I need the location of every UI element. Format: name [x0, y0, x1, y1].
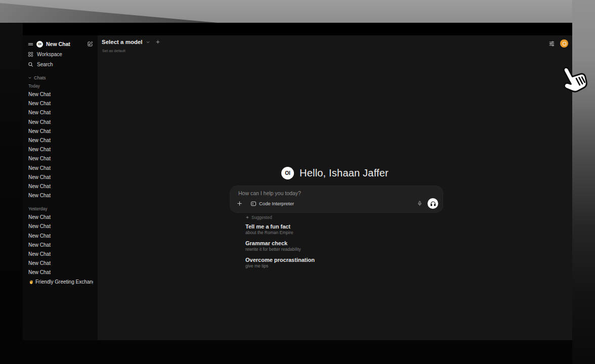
chats-section-label: Chats [34, 75, 46, 80]
code-interpreter-toggle[interactable]: Code Interpreter [250, 201, 294, 207]
chat-list-item[interactable]: New Chat [28, 127, 93, 136]
suggested-prompt[interactable]: Tell me a fun fact about the Roman Empir… [245, 223, 315, 236]
chat-list-item[interactable]: New Chat [28, 241, 93, 250]
edit-new-chat-icon[interactable] [87, 41, 93, 47]
suggested-label: Suggested [251, 215, 272, 220]
composer-toolbar: Code Interpreter [236, 198, 438, 209]
chevron-down-icon [146, 40, 150, 44]
suggested-header: Suggested [245, 215, 315, 220]
attach-plus-icon[interactable] [236, 200, 243, 207]
backdrop-right [572, 0, 595, 364]
chat-group-label-yesterday: Yesterday [28, 206, 93, 211]
suggested-prompt-subtitle: rewrite it for better readability [245, 247, 315, 252]
chat-list-item[interactable]: New Chat [28, 99, 93, 108]
backdrop-left [0, 23, 23, 364]
chat-list-item[interactable]: New Chat [28, 108, 93, 117]
chat-list-item[interactable]: New Chat [28, 250, 93, 259]
suggested-prompt-title: Overcome procrastination [245, 257, 315, 263]
sidebar-item-label: Workspace [37, 52, 62, 57]
chat-list-item[interactable]: New Chat [28, 118, 93, 127]
code-interpreter-icon [250, 201, 257, 207]
main-pane: Select a model Set as default [98, 35, 572, 340]
wave-emoji-icon [28, 280, 33, 285]
app-window: OI New Chat Workspace Search [23, 23, 572, 340]
chat-group-label-today: Today [28, 83, 93, 88]
chat-list-item-label: Friendly Greeting Exchange [35, 278, 93, 287]
suggested-prompt[interactable]: Overcome procrastination give me tips [245, 257, 315, 269]
chat-list-item[interactable]: New Chat [28, 191, 93, 200]
model-selector-label: Select a model [102, 39, 143, 45]
chat-list-item[interactable]: New Chat [28, 268, 93, 277]
chat-list-item[interactable]: New Chat [28, 173, 93, 182]
screen: OI New Chat Workspace Search [0, 0, 595, 364]
topbar-controls [548, 39, 568, 48]
user-avatar[interactable] [560, 39, 568, 48]
chevron-down-icon [28, 76, 32, 80]
microphone-icon[interactable] [417, 201, 422, 206]
chat-list-item[interactable]: New Chat [28, 145, 93, 154]
backdrop-bottom [0, 340, 572, 364]
greeting-text: Hello, Ishaan Jaffer [300, 167, 389, 179]
greeting-row: OI Hello, Ishaan Jaffer [98, 167, 572, 179]
model-selector[interactable]: Select a model [102, 39, 160, 45]
avatar-glyph [563, 42, 566, 46]
suggested-prompt[interactable]: Grammar check rewrite it for better read… [245, 240, 315, 252]
message-input[interactable] [238, 190, 431, 196]
suggested-prompt-subtitle: about the Roman Empire [245, 230, 315, 236]
chat-list-item[interactable]: New Chat [28, 222, 93, 231]
chat-list-item[interactable]: New Chat [28, 259, 93, 268]
new-chat-button[interactable]: New Chat [46, 41, 84, 47]
headphones-icon [430, 201, 436, 207]
message-composer[interactable]: Code Interpreter [230, 186, 443, 212]
chat-list-item[interactable]: New Chat [28, 90, 93, 99]
voice-call-button[interactable] [428, 198, 438, 209]
sidebar: OI New Chat Workspace Search [23, 35, 98, 340]
suggested-prompts: Suggested Tell me a fun fact about the R… [245, 215, 315, 274]
chat-list-yesterday: New Chat New Chat New Chat New Chat New … [28, 213, 93, 287]
settings-sliders-icon[interactable] [548, 40, 555, 47]
chat-list-item-friendly-greeting[interactable]: Friendly Greeting Exchange [28, 278, 93, 287]
sidebar-item-search[interactable]: Search [28, 60, 93, 69]
chat-list-item[interactable]: New Chat [28, 164, 93, 173]
sidebar-item-workspace[interactable]: Workspace [28, 50, 93, 59]
suggested-prompt-title: Tell me a fun fact [245, 223, 315, 230]
suggested-prompt-title: Grammar check [245, 240, 315, 247]
sidebar-header: OI New Chat [28, 39, 93, 49]
sidebar-toggle-icon[interactable] [28, 41, 33, 47]
workspace-grid-icon [28, 52, 33, 57]
sparkle-icon [245, 215, 249, 219]
chat-list-item[interactable]: New Chat [28, 154, 93, 163]
set-as-default-link[interactable]: Set as default [102, 49, 125, 53]
sidebar-item-label: Search [37, 62, 53, 67]
app-logo: OI [36, 41, 43, 48]
chat-list-item[interactable]: New Chat [28, 182, 93, 191]
window-top-strip [23, 23, 572, 35]
app-logo: OI [281, 167, 294, 179]
suggested-prompt-subtitle: give me tips [245, 263, 315, 269]
chat-list-today: New Chat New Chat New Chat New Chat New … [28, 90, 93, 200]
code-interpreter-label: Code Interpreter [259, 201, 294, 206]
chat-list-item[interactable]: New Chat [28, 136, 93, 145]
chat-list-item[interactable]: New Chat [28, 213, 93, 222]
add-model-icon[interactable] [155, 39, 160, 44]
chat-list-item[interactable]: New Chat [28, 232, 93, 241]
chats-section-header[interactable]: Chats [28, 75, 93, 81]
search-icon [28, 62, 33, 67]
